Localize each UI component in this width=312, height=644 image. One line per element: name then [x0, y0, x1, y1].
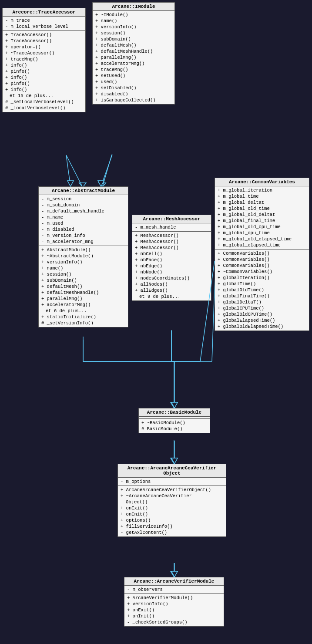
svg-marker-6 [171, 458, 178, 464]
imodule-box: Arcane::IModule + ~IModule() + name() + … [92, 2, 175, 105]
verifiermodule-box: Arcane::ArcaneVerifierModule - m_observe… [124, 577, 224, 627]
field-item: - m_local_verbose_level [4, 24, 84, 30]
meshaccessor-box: Arcane::MeshAccessor - m_mesh_handle + M… [132, 215, 211, 301]
svg-line-12 [101, 155, 112, 186]
tracaccessor-title: Arccore::TraceAccessor [3, 8, 85, 17]
commonvariables-fields: + m_global_iteration + m_global_time + m… [215, 186, 309, 250]
commonvariables-methods: + CommonVariables() + CommonVariables() … [215, 250, 309, 330]
field-item: - m_trace [4, 17, 84, 24]
basicmodule-box: Arcane::BasicModule + ~BasicModule() # B… [138, 408, 210, 433]
verifierobject-title: Arcane::ArcaneArcaneCeaVerifierObject [118, 464, 226, 478]
abstractmodule-title: Arcane::AbstractModule [39, 187, 128, 195]
abstractmodule-box: Arcane::AbstractModule - m_session - m_s… [38, 186, 128, 327]
svg-line-10 [66, 155, 70, 186]
meshaccessor-title: Arcane::MeshAccessor [132, 215, 211, 223]
svg-marker-8 [171, 571, 178, 577]
tracaccessor-fields: - m_trace - m_local_verbose_level [3, 17, 85, 31]
svg-marker-14 [171, 402, 178, 408]
svg-marker-11 [67, 181, 74, 186]
abstractmodule-methods: + AbstractModule() + ~AbstractModule() +… [39, 246, 128, 327]
svg-marker-18 [171, 571, 178, 577]
meshaccessor-methods: + MeshAccessor() + MeshAccessor() + Mesh… [132, 232, 211, 300]
verifiermodule-fields: - m_observers [124, 586, 224, 594]
verifierobject-fields: - m_options [118, 478, 226, 486]
tracaccessor-methods: + TraceAccessor() + TraceAccessor() + op… [3, 31, 85, 112]
svg-marker-13 [98, 181, 104, 186]
verifiermodule-methods: + ArcaneVerifierModule() + versionInfo()… [124, 594, 224, 626]
svg-marker-16 [171, 458, 178, 464]
basicmodule-title: Arcane::BasicModule [139, 408, 210, 417]
verifierobject-box: Arcane::ArcaneArcaneCeaVerifierObject - … [117, 464, 226, 537]
verifierobject-methods: + ArcaneArcaneCeaVerifierObject() + ~Arc… [118, 486, 226, 536]
tracaccessor-box: Arccore::TraceAccessor - m_trace - m_loc… [2, 8, 86, 112]
imodule-title: Arcane::IModule [93, 3, 174, 11]
imodule-methods: + ~IModule() + name() + versionInfo() + … [93, 11, 174, 104]
svg-line-0 [66, 155, 83, 187]
diagram-container: Arccore::TraceAccessor - m_trace - m_loc… [0, 0, 312, 644]
verifiermodule-title: Arcane::ArcaneVerifierModule [124, 577, 224, 586]
basicmodule-methods: + ~BasicModule() # BasicModule() [139, 419, 210, 433]
svg-line-2 [102, 155, 112, 187]
svg-marker-4 [171, 402, 178, 408]
commonvariables-box: Arcane::CommonVariables + m_global_itera… [215, 178, 309, 331]
meshaccessor-fields: - m_mesh_handle [132, 223, 211, 232]
abstractmodule-fields: - m_session - m_sub_domain - m_default_m… [39, 195, 128, 246]
commonvariables-title: Arcane::CommonVariables [215, 178, 309, 186]
